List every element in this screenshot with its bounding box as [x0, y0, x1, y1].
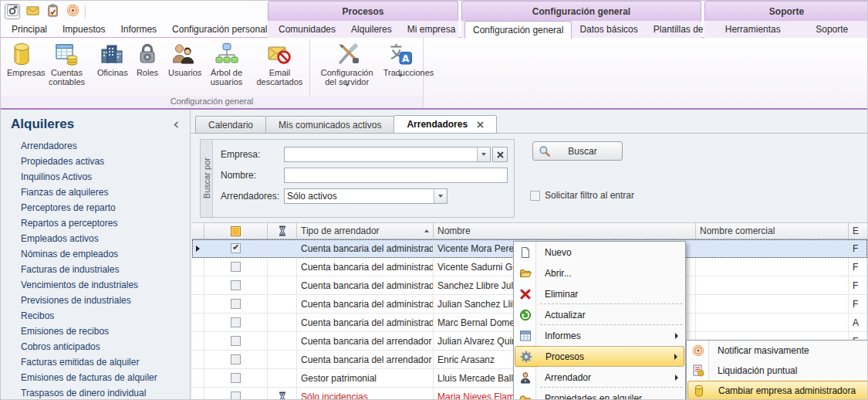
app-launcher-icon	[6, 4, 19, 19]
ribbon-tab[interactable]: Alquileres	[343, 23, 400, 36]
sidebar-item[interactable]: Repartos a perceptores	[1, 215, 190, 231]
context-menu-item[interactable]: Abrir...	[515, 263, 684, 283]
column-header-e[interactable]: E	[849, 223, 867, 239]
row-checkbox-cell[interactable]	[204, 388, 268, 400]
empresa-dropdown-button[interactable]	[477, 147, 490, 161]
select-all-header[interactable]	[204, 223, 268, 239]
ribbon-tab[interactable]: Mi empresa	[400, 23, 464, 36]
ribbon-tab[interactable]: Configuración general	[464, 21, 572, 39]
context-menu-item[interactable]: Procesos	[515, 346, 684, 367]
cell-nombre-comercial	[696, 314, 849, 331]
nombre-input[interactable]	[285, 168, 507, 182]
ribbon-button[interactable]: Usuarios	[165, 39, 201, 77]
row-checkbox-cell[interactable]	[204, 258, 268, 276]
context-menu-item[interactable]: Arrendador	[515, 367, 684, 388]
sidebar-item[interactable]: Arrendadores	[1, 138, 190, 154]
context-menu-item[interactable]: Propiedades en alquiler	[515, 388, 684, 400]
document-tab[interactable]: Mis comunicados activos	[265, 116, 394, 134]
sidebar-item[interactable]: Inquilinos Activos	[1, 169, 190, 185]
ribbon-tab[interactable]: Datos básicos	[572, 23, 645, 36]
row-checkbox[interactable]	[231, 280, 241, 290]
ribbon-button[interactable]: Empresas	[4, 39, 39, 77]
collapse-chevron-icon[interactable]	[170, 118, 182, 131]
context-menu-item[interactable]: Informes	[515, 325, 684, 346]
hourglass-column-header[interactable]	[268, 223, 297, 239]
document-tab[interactable]: Calendario	[195, 116, 266, 134]
ribbon-tab[interactable]: Comunidades	[271, 23, 343, 36]
sidebar-item[interactable]: Emisiones de facturas de alquiler	[1, 370, 190, 385]
ribbon-button[interactable]: Árbol de usuarios	[201, 39, 252, 86]
cell-tipo: Cuenta bancaria del administrador	[297, 276, 434, 294]
row-indicator-cell	[192, 276, 204, 294]
row-checkbox-cell[interactable]	[204, 295, 268, 313]
sidebar-title: Alquileres	[11, 117, 74, 132]
row-checkbox-cell[interactable]	[204, 314, 268, 331]
row-checkbox[interactable]	[231, 317, 241, 327]
ribbon-tab[interactable]: Herramientas	[718, 23, 789, 36]
sidebar-item[interactable]: Emisiones de recibos	[1, 324, 190, 339]
quick-access-button[interactable]	[65, 4, 80, 19]
submenu-item[interactable]: Notificar masivamente	[687, 341, 868, 361]
row-checkbox[interactable]	[231, 336, 241, 346]
quick-access-button[interactable]	[25, 4, 40, 19]
ribbon-button[interactable]: Roles	[130, 39, 165, 77]
row-checkbox[interactable]	[231, 354, 241, 364]
sidebar-item[interactable]: Vencimientos de industriales	[1, 277, 190, 293]
submenu-item[interactable]: Liquidación puntual	[687, 361, 868, 381]
ribbon-tab[interactable]: Configuración personal	[164, 23, 275, 36]
row-checkbox-cell[interactable]	[204, 332, 268, 350]
arrendadores-select[interactable]: Sólo activos	[284, 188, 448, 204]
sidebar-item[interactable]: Recibos	[1, 308, 190, 324]
ribbon-tab[interactable]: Soporte	[808, 23, 856, 36]
empresa-input[interactable]	[285, 147, 477, 161]
sidebar-item[interactable]: Fianzas de alquileres	[1, 185, 190, 200]
ribbon-button[interactable]: Oficinas	[94, 39, 130, 77]
row-checkbox-cell[interactable]	[204, 276, 268, 294]
cell-nombre-comercial	[696, 276, 849, 294]
sidebar-item[interactable]: Empleados activos	[1, 231, 190, 246]
search-button[interactable]: Buscar	[532, 141, 623, 161]
empresa-clear-button[interactable]	[492, 147, 508, 162]
column-header-nombre[interactable]: Nombre	[434, 223, 696, 239]
ribbon-button[interactable]: A Traducciones	[380, 39, 421, 88]
ribbon-tab[interactable]: Principal	[4, 23, 55, 36]
ribbon-tab[interactable]: Informes	[113, 23, 164, 36]
filter-strip: Buscar por	[201, 140, 213, 217]
ribbon-button[interactable]: Configuración del servidor	[309, 39, 380, 97]
sidebar-item[interactable]: Facturas de industriales	[1, 262, 190, 277]
sidebar-item[interactable]: Previsiones de industriales	[1, 293, 190, 308]
row-checkbox-cell[interactable]	[204, 369, 268, 387]
context-menu-item[interactable]: Eliminar	[515, 283, 684, 304]
request-filter-checkbox[interactable]: Solicitar filtro al entrar	[530, 190, 634, 201]
row-checkbox[interactable]	[231, 299, 241, 309]
sidebar-item[interactable]: Cobros anticipados	[1, 339, 190, 354]
column-header-nombre-comercial[interactable]: Nombre comercial	[696, 223, 849, 239]
select-all-checkbox[interactable]	[231, 226, 241, 236]
sidebar-item[interactable]: Perceptores de reparto	[1, 200, 190, 215]
quick-access-button[interactable]	[45, 4, 60, 19]
quick-access-button[interactable]	[5, 4, 20, 19]
sidebar-item[interactable]: Nóminas de empleados	[1, 246, 190, 262]
row-indicator-header	[192, 223, 204, 239]
context-menu-item[interactable]: Actualizar	[515, 304, 684, 325]
settlement-doc-icon	[691, 364, 705, 378]
sidebar-item[interactable]: Facturas emitidas de alquiler	[1, 354, 190, 370]
close-icon[interactable]	[477, 121, 484, 128]
row-checkbox-cell[interactable]	[204, 351, 268, 368]
sidebar-item[interactable]: Traspasos de dinero individual	[1, 385, 190, 400]
row-checkbox[interactable]	[231, 243, 241, 253]
document-tab[interactable]: Arrendadores	[393, 115, 497, 134]
row-checkbox[interactable]	[231, 392, 241, 400]
arrendadores-dropdown-button[interactable]	[434, 189, 447, 203]
row-checkbox[interactable]	[231, 373, 241, 383]
column-header-tipo[interactable]: Tipo de arrendador	[297, 223, 434, 239]
ribbon-tab[interactable]: Impuestos	[55, 23, 113, 36]
offices-buildings-icon	[97, 41, 127, 67]
row-checkbox-cell[interactable]	[204, 239, 268, 257]
ribbon-button[interactable]: Email descartados	[252, 39, 307, 86]
submenu-item[interactable]: Cambiar empresa administradora	[687, 381, 868, 400]
ribbon-button[interactable]: Cuentas contables	[39, 39, 94, 86]
row-checkbox[interactable]	[231, 262, 241, 272]
sidebar-item[interactable]: Propiedades activas	[1, 154, 190, 169]
context-menu-item[interactable]: Nuevo	[515, 242, 684, 263]
